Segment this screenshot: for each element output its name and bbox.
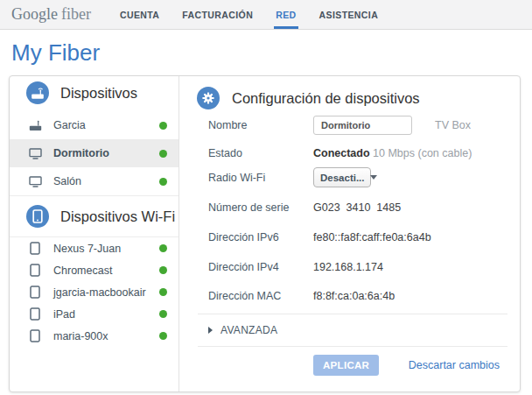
my-fiber-panel: Dispositivos Garcia Dormitorio — [9, 75, 521, 392]
advanced-toggle[interactable]: AVANZADA — [198, 314, 508, 346]
wifi-device-item-maria[interactable]: maria-900x — [10, 325, 178, 347]
config-header: Configuración de dispositivos — [179, 76, 520, 113]
divider — [198, 346, 508, 347]
wifi-devices-section-title: Dispositivos Wi-Fi — [60, 208, 175, 225]
mac-value: f8:8f:ca:0a:6a:4b — [313, 290, 395, 302]
status-online-dot — [159, 122, 167, 130]
triangle-right-icon — [208, 327, 213, 334]
chevron-down-icon — [370, 175, 377, 180]
ipv6-value: fe80::fa8f:caff:fe0a:6a4b — [313, 231, 431, 243]
page-title: My Fiber — [11, 39, 532, 67]
status-online-dot — [159, 150, 167, 158]
status-online-dot — [159, 266, 167, 274]
device-item-label: maria-900x — [53, 330, 159, 342]
status-online-dot — [159, 310, 167, 318]
serial-value: G023 3410 1485 — [313, 201, 401, 214]
mac-label: Dirección MAC — [208, 290, 313, 302]
wifi-radio-dropdown[interactable]: Desacti... — [313, 167, 371, 187]
wifi-radio-field-row: Radio Wi-Fi Desacti... — [179, 167, 520, 187]
tablet-icon — [28, 242, 42, 255]
status-connected-text: Conectado — [313, 147, 370, 159]
ipv4-label: Dirección IPv4 — [208, 261, 313, 273]
device-type-label: TV Box — [435, 119, 471, 131]
tablet-icon — [28, 264, 42, 277]
device-item-label: Nexus 7-Juan — [53, 243, 159, 255]
device-item-label: Dormitorio — [53, 147, 159, 159]
device-config-panel: Configuración de dispositivos Nombre TV … — [179, 76, 520, 391]
router-circle-icon — [26, 81, 49, 104]
device-item-label: Salón — [53, 175, 159, 187]
gear-icon — [197, 87, 220, 109]
ipv4-field-row: Dirección IPv4 192.168.1.174 — [179, 261, 520, 273]
wifi-device-item-chromecast[interactable]: Chromecast — [10, 259, 178, 281]
tv-icon — [28, 176, 42, 187]
name-label: Nombre — [208, 119, 313, 131]
ipv6-field-row: Dirección IPv6 fe80::fa8f:caff:fe0a:6a4b — [179, 231, 520, 243]
top-nav-bar: Google fiber CUENTA FACTURACIÓN RED ASIS… — [0, 0, 532, 30]
device-item-label: Garcia — [53, 119, 159, 131]
logo-fiber-text: fiber — [61, 5, 91, 24]
device-item-dormitorio[interactable]: Dormitorio — [10, 140, 178, 166]
advanced-label: AVANZADA — [220, 324, 277, 336]
router-icon — [28, 120, 42, 131]
status-online-dot — [159, 288, 167, 296]
tablet-circle-icon — [26, 205, 49, 228]
wifi-radio-label: Radio Wi-Fi — [208, 172, 313, 184]
nav-tab-asistencia[interactable]: ASISTENCIA — [318, 0, 381, 29]
serial-label: Número de serie — [208, 201, 313, 214]
status-online-dot — [159, 178, 167, 186]
ipv6-label: Dirección IPv6 — [208, 231, 313, 243]
device-item-label: iPad — [53, 308, 159, 321]
device-name-input[interactable] — [313, 116, 412, 135]
status-online-dot — [159, 332, 167, 340]
mac-field-row: Dirección MAC f8:8f:ca:0a:6a:4b — [179, 290, 520, 302]
nav-tab-facturacion[interactable]: FACTURACIÓN — [180, 0, 255, 29]
device-item-garcia[interactable]: Garcia — [10, 111, 178, 139]
wifi-device-item-nexus[interactable]: Nexus 7-Juan — [10, 237, 178, 259]
devices-sidebar: Dispositivos Garcia Dormitorio — [10, 76, 179, 391]
tablet-icon — [28, 329, 42, 342]
logo-google-text: Google — [11, 5, 58, 24]
status-online-dot — [159, 244, 167, 252]
serial-field-row: Número de serie G023 3410 1485 — [179, 201, 520, 214]
nav-tab-red[interactable]: RED — [274, 0, 298, 29]
status-value: Conectado 10 Mbps (con cable) — [313, 147, 472, 159]
tv-icon — [28, 148, 42, 159]
primary-nav: CUENTA FACTURACIÓN RED ASISTENCIA — [108, 0, 389, 29]
google-fiber-logo[interactable]: Google fiber — [11, 0, 91, 29]
ipv4-value: 192.168.1.174 — [313, 261, 383, 273]
config-footer: APLICAR Descartar cambios — [208, 355, 500, 376]
devices-section-title: Dispositivos — [60, 85, 137, 102]
devices-section-header: Dispositivos — [10, 76, 178, 111]
status-detail-text: 10 Mbps (con cable) — [373, 147, 472, 159]
status-field-row: Estado Conectado 10 Mbps (con cable) — [179, 147, 520, 159]
nav-tab-cuenta[interactable]: CUENTA — [118, 0, 161, 29]
device-item-label: Chromecast — [53, 265, 159, 277]
wifi-radio-selected-value: Desacti... — [320, 173, 365, 183]
name-field-row: Nombre TV Box — [179, 116, 520, 135]
apply-button[interactable]: APLICAR — [313, 355, 379, 376]
wifi-device-item-macbookair[interactable]: jgarcia-macbookair — [10, 281, 178, 303]
wifi-device-item-ipad[interactable]: iPad — [10, 303, 178, 325]
tablet-icon — [28, 286, 42, 299]
wifi-devices-section-header: Dispositivos Wi-Fi — [10, 196, 178, 236]
tablet-icon — [28, 307, 42, 321]
discard-changes-link[interactable]: Descartar cambios — [409, 359, 500, 371]
status-label: Estado — [208, 147, 313, 159]
device-item-salon[interactable]: Salón — [10, 167, 178, 195]
device-item-label: jgarcia-macbookair — [53, 286, 159, 299]
config-title: Configuración de dispositivos — [232, 90, 420, 107]
